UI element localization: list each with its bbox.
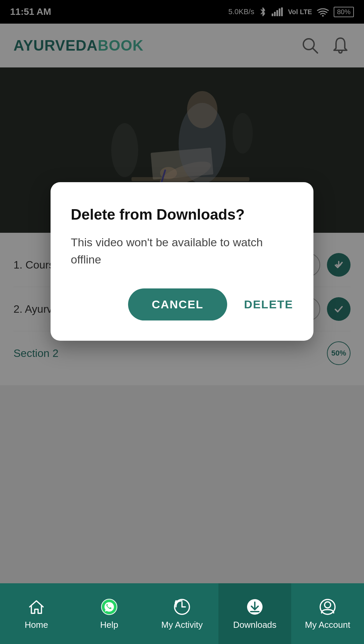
- bottom-nav: Home Help My Activity: [0, 583, 364, 644]
- cancel-button[interactable]: CANCEL: [128, 288, 227, 320]
- dialog-title: Delete from Downloads?: [71, 206, 293, 224]
- account-icon: [318, 597, 337, 616]
- nav-account-label: My Account: [305, 620, 350, 630]
- nav-item-help[interactable]: Help: [73, 583, 146, 644]
- activity-icon: [173, 597, 191, 616]
- dialog-actions: CANCEL DELETE: [71, 288, 293, 320]
- delete-button[interactable]: DELETE: [244, 298, 293, 311]
- nav-item-my-activity[interactable]: My Activity: [146, 583, 218, 644]
- delete-dialog: Delete from Downloads? This video won't …: [51, 182, 313, 341]
- help-icon: [100, 597, 119, 616]
- nav-downloads-label: Downloads: [233, 620, 277, 630]
- dialog-message: This video won't be available to watch o…: [71, 234, 293, 268]
- nav-activity-label: My Activity: [161, 620, 203, 630]
- nav-item-downloads[interactable]: Downloads: [218, 583, 291, 644]
- downloads-icon: [245, 597, 264, 616]
- nav-home-label: Home: [25, 620, 48, 630]
- home-icon: [27, 597, 46, 616]
- nav-item-home[interactable]: Home: [0, 583, 73, 644]
- nav-help-label: Help: [100, 620, 118, 630]
- nav-item-my-account[interactable]: My Account: [291, 583, 364, 644]
- svg-point-31: [325, 602, 331, 608]
